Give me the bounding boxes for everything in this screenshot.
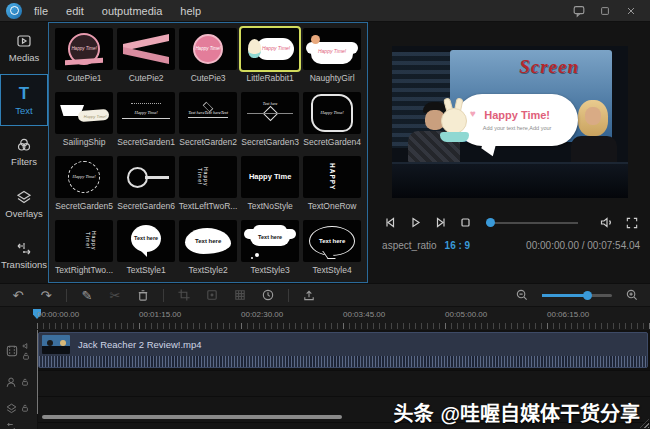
style-name: SailingShip [53, 137, 115, 147]
previous-frame-button[interactable] [382, 214, 399, 231]
text-style-item[interactable]: Happy Time!SailingShip [53, 92, 115, 154]
redo-button[interactable]: ↷ [38, 289, 54, 302]
mosaic-button[interactable] [232, 288, 248, 302]
edit-button[interactable]: ✎ [79, 289, 95, 302]
style-thumbnail: Happy Time! [55, 92, 113, 134]
timeline-zoom-in-button[interactable] [624, 288, 640, 302]
ruler-label: 00:05:00.00 [445, 310, 487, 319]
overlay-title: Happy Time! [484, 109, 550, 121]
feedback-icon[interactable] [566, 3, 592, 19]
split-button[interactable]: ✂ [107, 289, 123, 302]
stop-button[interactable] [457, 214, 474, 231]
text-style-item[interactable]: HAPPYTextOneRow [301, 156, 363, 218]
menu-edit[interactable]: edit [66, 5, 84, 17]
app-window: file edit outputmedia help Medias T Text [0, 0, 650, 429]
text-style-item[interactable]: Happy Time!CutePie3 [177, 28, 239, 90]
maximize-button[interactable] [592, 3, 618, 19]
text-style-item-selected[interactable]: Happy Time!LittleRabbit1 [239, 28, 301, 90]
text-icon: T [19, 85, 29, 102]
menu-help[interactable]: help [180, 5, 201, 17]
style-thumbnail: Happy Time! [117, 92, 175, 134]
sidebar: Medias T Text Filters Overlays Transitio… [0, 22, 48, 283]
transitions-icon [15, 242, 33, 256]
undo-button[interactable]: ↶ [10, 289, 26, 302]
horizontal-scrollbar[interactable] [42, 415, 342, 419]
style-name: NaughtyGirl [301, 73, 363, 83]
style-thumbnail: Text here [241, 92, 299, 134]
text-overlay-bubble[interactable]: ♥ Happy Time! Add your text here,Add you… [456, 94, 578, 146]
close-button[interactable] [618, 3, 644, 19]
play-button[interactable] [407, 214, 424, 231]
text-style-item[interactable]: Happy Time!CutePie1 [53, 28, 115, 90]
volume-icon[interactable] [598, 214, 615, 231]
text-style-item[interactable]: Text hereTextStyle4 [301, 220, 363, 282]
text-style-item[interactable]: Happy TimeTextNoStyle [239, 156, 301, 218]
timeline-ruler[interactable]: 00:00:00.00 00:01:15.00 00:02:30.00 00:0… [0, 306, 650, 330]
track-lock-icon[interactable] [22, 352, 30, 360]
overlays-icon [16, 189, 32, 205]
sidebar-item-text[interactable]: T Text [0, 74, 48, 126]
seek-slider[interactable] [486, 222, 578, 224]
sidebar-item-overlays[interactable]: Overlays [0, 178, 48, 230]
style-name: SecretGarden6 [115, 201, 177, 211]
style-thumbnail: Text here [241, 220, 299, 262]
style-name: SecretGarden2 [177, 137, 239, 147]
clip-name: Jack Reacher 2 Review!.mp4 [78, 339, 202, 350]
timeline-tracks: Jack Reacher 2 Review!.mp4 [0, 330, 650, 429]
delete-button[interactable] [135, 288, 151, 302]
ruler-label: 00:06:15.00 [547, 310, 589, 319]
sidebar-item-transitions[interactable]: Transitions [0, 230, 48, 282]
track-lock-icon[interactable] [21, 378, 29, 386]
track-headers [0, 330, 37, 429]
zoom-slider-knob[interactable] [583, 291, 592, 300]
text-track-header [0, 370, 37, 394]
layers-icon [5, 402, 18, 415]
text-style-item[interactable]: Happy Time!TextLeftTwoR... [177, 156, 239, 218]
titlebar: file edit outputmedia help [0, 0, 650, 22]
text-style-item[interactable]: Happy Time!TextRightTwo... [53, 220, 115, 282]
timeline-zoom-out-button[interactable] [514, 288, 530, 302]
crop-button[interactable] [176, 288, 192, 302]
text-style-item[interactable]: Text hereTextStyle3 [239, 220, 301, 282]
fullscreen-icon[interactable] [623, 214, 640, 231]
duration-button[interactable] [260, 288, 276, 302]
text-style-item[interactable]: Happy Time!SecretGarden5 [53, 156, 115, 218]
style-name: CutePie3 [177, 73, 239, 83]
text-style-item[interactable]: Text hereTextStyle2 [177, 220, 239, 282]
style-thumbnail: Text here [117, 220, 175, 262]
video-backdrop-text: Screen [494, 56, 604, 78]
style-thumbnail: Happy Time! [241, 28, 299, 70]
video-clip[interactable]: Jack Reacher 2 Review!.mp4 [38, 332, 648, 368]
ruler-label: 00:00:00.00 [37, 310, 79, 319]
style-thumbnail [117, 156, 175, 198]
text-style-item[interactable]: Happy Time!SecretGarden1 [115, 92, 177, 154]
text-style-item[interactable]: SecretGarden6 [115, 156, 177, 218]
track-audio-icon[interactable] [22, 342, 30, 350]
sidebar-item-medias[interactable]: Medias [0, 22, 48, 74]
video-preview[interactable]: Screen ♥ Happy Time! Add your text here,… [392, 46, 628, 198]
seek-knob[interactable] [486, 218, 495, 227]
style-name: TextStyle1 [115, 265, 177, 275]
aspect-ratio-value[interactable]: 16 : 9 [445, 240, 471, 251]
sidebar-item-filters[interactable]: Filters [0, 126, 48, 178]
text-style-panel: Happy Time!CutePie1 CutePie2 Happy Time!… [48, 22, 368, 283]
export-button[interactable] [301, 288, 317, 302]
text-style-item[interactable]: CutePie2 [115, 28, 177, 90]
timeline-zoom-slider[interactable] [542, 294, 612, 297]
zoom-to-frame-button[interactable] [204, 288, 220, 302]
next-frame-button[interactable] [432, 214, 449, 231]
menu-outputmedia[interactable]: outputmedia [102, 5, 163, 17]
watermark: 头条@哇喔自媒体干货分享 [393, 398, 640, 427]
text-style-item[interactable]: Text hereText hereTextSecretGarden2 [177, 92, 239, 154]
menu-file[interactable]: file [34, 5, 48, 17]
filters-icon [16, 137, 32, 153]
transport-controls [382, 214, 640, 231]
status-row: aspect_ratio 16 : 9 00:00:00.00 / 00:07:… [382, 240, 640, 251]
text-style-item[interactable]: Happy Time!SecretGarden4 [301, 92, 363, 154]
style-name: TextStyle4 [301, 265, 363, 275]
text-style-item[interactable]: Text hereSecretGarden3 [239, 92, 301, 154]
track-lock-icon[interactable] [21, 404, 29, 412]
text-style-item[interactable]: Text hereTextStyle1 [115, 220, 177, 282]
text-track-lane[interactable] [38, 370, 650, 396]
text-style-item[interactable]: Happy Time!NaughtyGirl [301, 28, 363, 90]
